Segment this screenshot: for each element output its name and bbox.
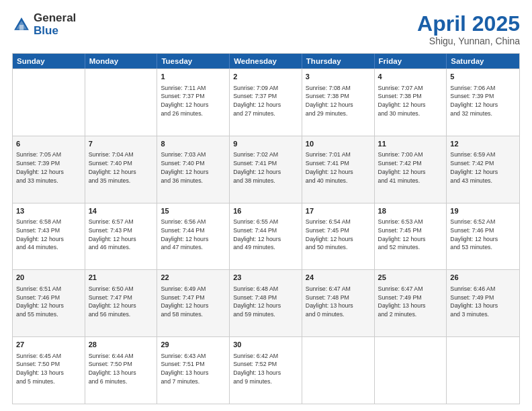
calendar-cell: 29Sunrise: 6:43 AM Sunset: 7:51 PM Dayli… <box>157 337 230 404</box>
day-number: 11 <box>378 139 443 149</box>
day-number: 1 <box>161 72 226 82</box>
day-number: 14 <box>89 206 154 216</box>
calendar-cell: 9Sunrise: 7:02 AM Sunset: 7:41 PM Daylig… <box>230 136 302 203</box>
header-day-tuesday: Tuesday <box>157 54 230 68</box>
cell-info: Sunrise: 7:02 AM Sunset: 7:41 PM Dayligh… <box>233 150 298 185</box>
calendar-cell <box>85 69 158 136</box>
cell-info: Sunrise: 6:44 AM Sunset: 7:50 PM Dayligh… <box>89 352 154 386</box>
calendar-cell: 1Sunrise: 7:11 AM Sunset: 7:37 PM Daylig… <box>157 69 230 136</box>
svg-rect-2 <box>19 25 24 30</box>
calendar-cell: 22Sunrise: 6:49 AM Sunset: 7:47 PM Dayli… <box>157 270 230 336</box>
cell-info: Sunrise: 6:47 AM Sunset: 7:48 PM Dayligh… <box>306 285 371 319</box>
calendar-cell <box>447 337 519 404</box>
calendar-cell: 16Sunrise: 6:55 AM Sunset: 7:44 PM Dayli… <box>230 203 302 270</box>
cell-info: Sunrise: 6:49 AM Sunset: 7:47 PM Dayligh… <box>161 285 226 319</box>
day-number: 29 <box>161 340 226 350</box>
day-number: 24 <box>306 273 371 283</box>
title-block: April 2025 Shigu, Yunnan, China <box>417 12 520 46</box>
calendar-cell <box>375 337 447 404</box>
day-number: 3 <box>306 72 371 82</box>
calendar-cell: 17Sunrise: 6:54 AM Sunset: 7:45 PM Dayli… <box>302 203 375 270</box>
header-day-saturday: Saturday <box>447 54 519 68</box>
day-number: 9 <box>233 139 298 149</box>
cell-info: Sunrise: 7:11 AM Sunset: 7:37 PM Dayligh… <box>161 84 226 118</box>
day-number: 28 <box>89 340 154 350</box>
day-number: 20 <box>16 273 81 283</box>
header: General Blue April 2025 Shigu, Yunnan, C… <box>12 12 520 46</box>
calendar-cell: 12Sunrise: 6:59 AM Sunset: 7:42 PM Dayli… <box>447 136 519 203</box>
calendar-cell: 6Sunrise: 7:05 AM Sunset: 7:39 PM Daylig… <box>13 136 85 203</box>
day-number: 2 <box>233 72 298 82</box>
calendar-cell: 10Sunrise: 7:01 AM Sunset: 7:41 PM Dayli… <box>302 136 375 203</box>
logo: General Blue <box>12 12 76 37</box>
calendar-cell: 3Sunrise: 7:08 AM Sunset: 7:38 PM Daylig… <box>302 69 375 136</box>
cell-info: Sunrise: 6:58 AM Sunset: 7:43 PM Dayligh… <box>16 218 81 252</box>
header-day-monday: Monday <box>85 54 158 68</box>
calendar-header: SundayMondayTuesdayWednesdayThursdayFrid… <box>13 54 519 68</box>
calendar-row-2: 13Sunrise: 6:58 AM Sunset: 7:43 PM Dayli… <box>13 203 519 270</box>
day-number: 30 <box>233 340 298 350</box>
cell-info: Sunrise: 7:07 AM Sunset: 7:38 PM Dayligh… <box>378 84 443 118</box>
day-number: 17 <box>306 206 371 216</box>
day-number: 8 <box>161 139 226 149</box>
calendar-row-3: 20Sunrise: 6:51 AM Sunset: 7:46 PM Dayli… <box>13 269 519 336</box>
calendar-cell: 25Sunrise: 6:47 AM Sunset: 7:49 PM Dayli… <box>375 270 447 336</box>
calendar-cell: 4Sunrise: 7:07 AM Sunset: 7:38 PM Daylig… <box>375 69 447 136</box>
calendar-row-4: 27Sunrise: 6:45 AM Sunset: 7:50 PM Dayli… <box>13 336 519 404</box>
day-number: 18 <box>378 206 443 216</box>
logo-blue: Blue <box>34 25 76 38</box>
calendar-cell: 28Sunrise: 6:44 AM Sunset: 7:50 PM Dayli… <box>85 337 158 404</box>
calendar-cell <box>302 337 375 404</box>
calendar-cell: 11Sunrise: 7:00 AM Sunset: 7:42 PM Dayli… <box>375 136 447 203</box>
day-number: 21 <box>89 273 154 283</box>
cell-info: Sunrise: 6:54 AM Sunset: 7:45 PM Dayligh… <box>306 218 371 252</box>
day-number: 15 <box>161 206 226 216</box>
calendar-cell: 14Sunrise: 6:57 AM Sunset: 7:43 PM Dayli… <box>85 203 158 270</box>
page: General Blue April 2025 Shigu, Yunnan, C… <box>0 0 532 411</box>
calendar-cell: 5Sunrise: 7:06 AM Sunset: 7:39 PM Daylig… <box>447 69 519 136</box>
calendar-cell: 27Sunrise: 6:45 AM Sunset: 7:50 PM Dayli… <box>13 337 85 404</box>
calendar-cell: 15Sunrise: 6:56 AM Sunset: 7:44 PM Dayli… <box>157 203 230 270</box>
cell-info: Sunrise: 7:08 AM Sunset: 7:38 PM Dayligh… <box>306 84 371 118</box>
cell-info: Sunrise: 6:48 AM Sunset: 7:48 PM Dayligh… <box>233 285 298 319</box>
calendar-cell: 23Sunrise: 6:48 AM Sunset: 7:48 PM Dayli… <box>230 270 302 336</box>
cell-info: Sunrise: 6:46 AM Sunset: 7:49 PM Dayligh… <box>450 285 516 319</box>
day-number: 13 <box>16 206 81 216</box>
calendar-body: 1Sunrise: 7:11 AM Sunset: 7:37 PM Daylig… <box>13 68 519 404</box>
cell-info: Sunrise: 6:52 AM Sunset: 7:46 PM Dayligh… <box>450 218 516 252</box>
day-number: 23 <box>233 273 298 283</box>
day-number: 5 <box>450 72 516 82</box>
calendar-cell: 24Sunrise: 6:47 AM Sunset: 7:48 PM Dayli… <box>302 270 375 336</box>
day-number: 7 <box>89 139 154 149</box>
cell-info: Sunrise: 7:05 AM Sunset: 7:39 PM Dayligh… <box>16 150 81 185</box>
calendar-cell: 2Sunrise: 7:09 AM Sunset: 7:37 PM Daylig… <box>230 69 302 136</box>
day-number: 10 <box>306 139 371 149</box>
day-number: 16 <box>233 206 298 216</box>
logo-general: General <box>34 12 76 25</box>
cell-info: Sunrise: 6:55 AM Sunset: 7:44 PM Dayligh… <box>233 218 298 252</box>
calendar-cell: 8Sunrise: 7:03 AM Sunset: 7:40 PM Daylig… <box>157 136 230 203</box>
header-day-friday: Friday <box>375 54 447 68</box>
cell-info: Sunrise: 6:47 AM Sunset: 7:49 PM Dayligh… <box>378 285 443 319</box>
cell-info: Sunrise: 6:45 AM Sunset: 7:50 PM Dayligh… <box>16 352 81 386</box>
calendar-cell: 19Sunrise: 6:52 AM Sunset: 7:46 PM Dayli… <box>447 203 519 270</box>
day-number: 6 <box>16 139 81 149</box>
calendar-cell: 18Sunrise: 6:53 AM Sunset: 7:45 PM Dayli… <box>375 203 447 270</box>
cell-info: Sunrise: 7:09 AM Sunset: 7:37 PM Dayligh… <box>233 84 298 118</box>
cell-info: Sunrise: 7:00 AM Sunset: 7:42 PM Dayligh… <box>378 150 443 185</box>
cell-info: Sunrise: 7:01 AM Sunset: 7:41 PM Dayligh… <box>306 150 371 185</box>
calendar-cell <box>13 69 85 136</box>
cell-info: Sunrise: 6:42 AM Sunset: 7:52 PM Dayligh… <box>233 352 298 386</box>
logo-text: General Blue <box>34 12 76 37</box>
day-number: 26 <box>450 273 516 283</box>
day-number: 22 <box>161 273 226 283</box>
calendar-cell: 30Sunrise: 6:42 AM Sunset: 7:52 PM Dayli… <box>230 337 302 404</box>
day-number: 19 <box>450 206 516 216</box>
day-number: 12 <box>450 139 516 149</box>
title-month: April 2025 <box>417 12 520 36</box>
cell-info: Sunrise: 6:53 AM Sunset: 7:45 PM Dayligh… <box>378 218 443 252</box>
header-day-wednesday: Wednesday <box>230 54 302 68</box>
calendar-cell: 13Sunrise: 6:58 AM Sunset: 7:43 PM Dayli… <box>13 203 85 270</box>
title-location: Shigu, Yunnan, China <box>417 36 520 46</box>
cell-info: Sunrise: 6:59 AM Sunset: 7:42 PM Dayligh… <box>450 150 516 185</box>
